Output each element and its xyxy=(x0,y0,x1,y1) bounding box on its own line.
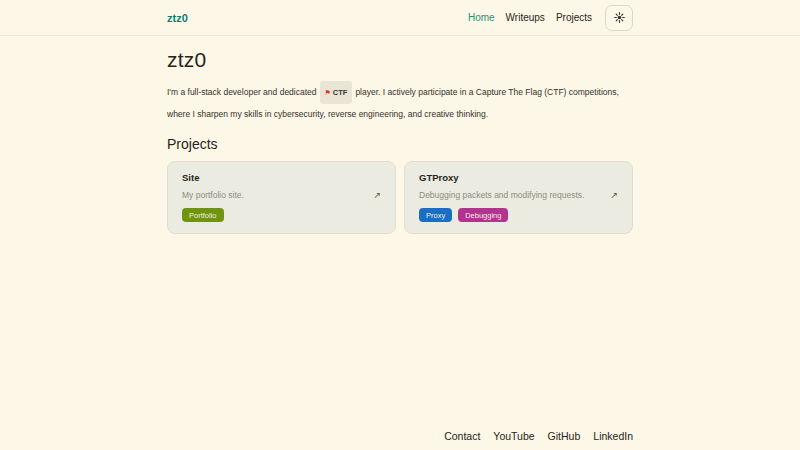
sun-icon xyxy=(614,12,625,23)
ctf-badge-label: CTF xyxy=(333,83,348,103)
projects-heading: Projects xyxy=(167,136,633,152)
tag-proxy: Proxy xyxy=(419,208,452,222)
project-description: Debugging packets and modifying requests… xyxy=(419,190,584,200)
site-footer: Contact YouTube GitHub LinkedIn xyxy=(0,430,800,450)
intro-paragraph: I'm a full-stack developer and dedicated… xyxy=(167,81,633,124)
page-title: ztz0 xyxy=(167,48,633,72)
tag-portfolio: Portfolio xyxy=(182,208,224,222)
footer-link-youtube[interactable]: YouTube xyxy=(493,430,534,442)
main-nav: Home Writeups Projects xyxy=(468,5,633,31)
footer-link-contact[interactable]: Contact xyxy=(444,430,480,442)
project-card-site[interactable]: Site My portfolio site. ↗ Portfolio xyxy=(167,161,396,234)
project-description: My portfolio site. xyxy=(182,190,244,200)
projects-grid: Site My portfolio site. ↗ Portfolio GTPr… xyxy=(167,161,633,234)
main-content: ztz0 I'm a full-stack developer and dedi… xyxy=(167,36,633,430)
project-title: GTProxy xyxy=(419,172,618,183)
footer-link-github[interactable]: GitHub xyxy=(548,430,581,442)
project-card-gtproxy[interactable]: GTProxy Debugging packets and modifying … xyxy=(404,161,633,234)
tag-debugging: Debugging xyxy=(458,208,508,222)
external-link-icon: ↗ xyxy=(373,191,381,200)
tag-row: Proxy Debugging xyxy=(419,208,618,222)
nav-item-writeups[interactable]: Writeups xyxy=(506,12,545,23)
ctf-badge: ⚑CTF xyxy=(320,81,353,104)
tag-row: Portfolio xyxy=(182,208,381,222)
project-title: Site xyxy=(182,172,381,183)
footer-link-linkedin[interactable]: LinkedIn xyxy=(593,430,633,442)
nav-item-home[interactable]: Home xyxy=(468,12,495,23)
logo[interactable]: ztz0 xyxy=(167,12,188,24)
theme-toggle-button[interactable] xyxy=(605,5,633,31)
external-link-icon: ↗ xyxy=(610,191,618,200)
nav-item-projects[interactable]: Projects xyxy=(556,12,592,23)
site-header: ztz0 Home Writeups Projects xyxy=(0,0,800,36)
intro-text-before: I'm a full-stack developer and dedicated xyxy=(167,87,317,97)
flag-icon: ⚑ xyxy=(325,89,331,96)
